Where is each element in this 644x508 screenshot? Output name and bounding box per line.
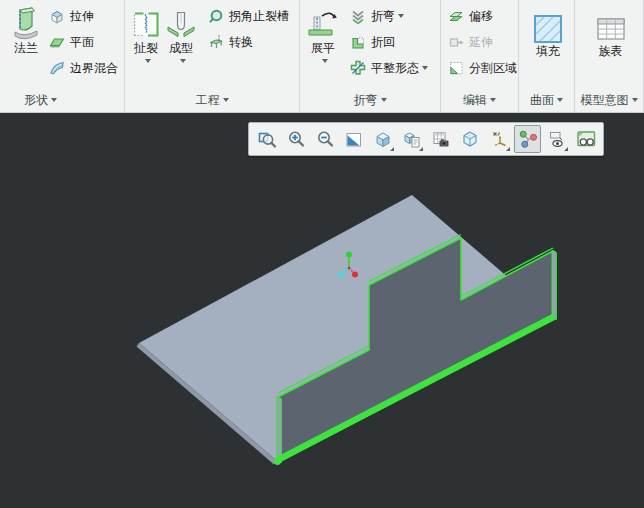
offset-icon <box>447 7 465 25</box>
chevron-down-icon <box>557 98 563 102</box>
sheet-metal-ribbon: 法兰 拉伸 平面 <box>0 0 644 113</box>
chevron-down-icon[interactable] <box>322 59 328 63</box>
form-button[interactable]: 成型 <box>163 2 199 64</box>
model-scene <box>0 113 644 508</box>
flat-pattern-label: 平整形态 <box>371 60 419 77</box>
corner-relief-label: 拐角止裂槽 <box>229 8 289 25</box>
display-style-button[interactable] <box>369 125 396 153</box>
ribbon-group-bend: 展平 折弯 <box>300 0 441 112</box>
ribbon-group-engineering: 扯裂 成型 <box>125 0 300 112</box>
boundary-blend-icon <box>48 59 66 77</box>
convert-label: 转换 <box>229 34 253 51</box>
datum-display-filters-button[interactable] <box>485 125 512 153</box>
triad-x-axis <box>352 272 358 278</box>
rip-button[interactable]: 扯裂 <box>129 2 163 64</box>
ribbon-group-edit: 偏移 延伸 分割区域 <box>441 0 519 112</box>
bend-icon <box>349 7 367 25</box>
zoom-in-button[interactable] <box>282 125 309 153</box>
bend-button[interactable]: 折弯 <box>347 3 430 29</box>
chevron-down-icon[interactable] <box>398 14 404 18</box>
transparent-shading-button[interactable] <box>456 125 483 153</box>
zoom-out-button[interactable] <box>311 125 338 153</box>
engineering-group-label: 工程 <box>196 93 220 107</box>
convert-button[interactable]: 转换 <box>205 29 291 55</box>
spin-center-icon <box>518 129 538 149</box>
ribbon-group-shape: 法兰 拉伸 平面 <box>0 0 125 112</box>
convert-icon <box>207 33 225 51</box>
shape-group-label: 形状 <box>24 93 48 107</box>
edit-group-label: 编辑 <box>463 93 487 107</box>
saved-orientations-button[interactable] <box>398 125 425 153</box>
rip-icon <box>131 3 161 41</box>
form-icon <box>165 3 197 41</box>
split-area-label: 分割区域 <box>469 60 517 77</box>
refit-icon <box>257 129 277 149</box>
model-intent-group-footer[interactable]: 模型意图 <box>575 92 643 109</box>
family-table-icon <box>596 6 626 44</box>
display-style-icon <box>373 129 393 149</box>
bend-group-footer[interactable]: 折弯 <box>300 92 440 109</box>
split-area-button[interactable]: 分割区域 <box>445 55 519 81</box>
flatten-label: 展平 <box>311 41 335 56</box>
zoom-in-icon <box>286 129 306 149</box>
render-view-icon <box>576 129 596 149</box>
flange-left-thickness-edge[interactable] <box>277 397 282 463</box>
boundary-blend-button[interactable]: 边界混合 <box>46 55 120 81</box>
rip-label: 扯裂 <box>134 41 158 56</box>
bend-group-label: 折弯 <box>354 93 378 107</box>
surface-group-label: 曲面 <box>530 93 554 107</box>
chevron-down-icon[interactable] <box>422 66 428 70</box>
spin-center-button[interactable] <box>514 125 541 153</box>
render-view-button[interactable] <box>572 125 599 153</box>
view-manager-button[interactable] <box>427 125 454 153</box>
fill-label: 填充 <box>536 44 560 59</box>
transparent-shading-icon <box>460 129 480 149</box>
extend-button: 延伸 <box>445 29 519 55</box>
bend-label: 折弯 <box>371 8 395 25</box>
offset-button[interactable]: 偏移 <box>445 3 519 29</box>
planar-icon <box>48 33 66 51</box>
flat-pattern-button[interactable]: 平整形态 <box>347 55 430 81</box>
planar-label: 平面 <box>70 34 94 51</box>
extrude-button[interactable]: 拉伸 <box>46 3 120 29</box>
chevron-down-icon[interactable] <box>180 59 186 63</box>
extend-icon <box>447 33 465 51</box>
annotation-display-button[interactable] <box>543 125 570 153</box>
flatten-button[interactable]: 展平 <box>304 2 342 64</box>
ribbon-group-surface: 填充 曲面 <box>519 0 575 112</box>
fold-back-button[interactable]: 折回 <box>347 29 430 55</box>
family-table-button[interactable]: 族表 <box>594 5 628 60</box>
graphics-viewport[interactable] <box>0 113 644 508</box>
triad-y-axis <box>346 252 352 258</box>
edit-group-footer[interactable]: 编辑 <box>441 92 518 109</box>
family-table-label: 族表 <box>599 44 623 59</box>
planar-button[interactable]: 平面 <box>46 29 120 55</box>
surface-group-footer[interactable]: 曲面 <box>519 92 574 109</box>
zoom-out-icon <box>315 129 335 149</box>
refit-button[interactable] <box>253 125 280 153</box>
shape-group-footer[interactable]: 形状 <box>0 92 124 109</box>
fold-back-label: 折回 <box>371 34 395 51</box>
fill-button[interactable]: 填充 <box>531 5 565 60</box>
repaint-button[interactable] <box>340 125 367 153</box>
repaint-icon <box>344 129 364 149</box>
chevron-down-icon <box>51 98 57 102</box>
flat-pattern-icon <box>349 59 367 77</box>
triad-z-axis <box>338 272 343 277</box>
offset-label: 偏移 <box>469 8 493 25</box>
saved-orientations-icon <box>402 129 422 149</box>
flange-right-thickness-edge[interactable] <box>552 251 556 320</box>
chevron-down-icon <box>632 98 638 102</box>
flatten-icon <box>306 3 340 41</box>
corner-relief-button[interactable]: 拐角止裂槽 <box>205 3 291 29</box>
graphics-toolbar <box>248 122 604 156</box>
flange-corner-vertex[interactable] <box>274 458 281 465</box>
flange-button[interactable]: 法兰 <box>6 2 46 57</box>
chevron-down-icon <box>490 98 496 102</box>
chevron-down-icon[interactable] <box>145 59 151 63</box>
engineering-group-footer[interactable]: 工程 <box>125 92 299 109</box>
model-intent-group-label: 模型意图 <box>581 93 629 107</box>
boundary-blend-label: 边界混合 <box>70 60 118 77</box>
form-label: 成型 <box>169 41 193 56</box>
extend-label: 延伸 <box>469 34 493 51</box>
